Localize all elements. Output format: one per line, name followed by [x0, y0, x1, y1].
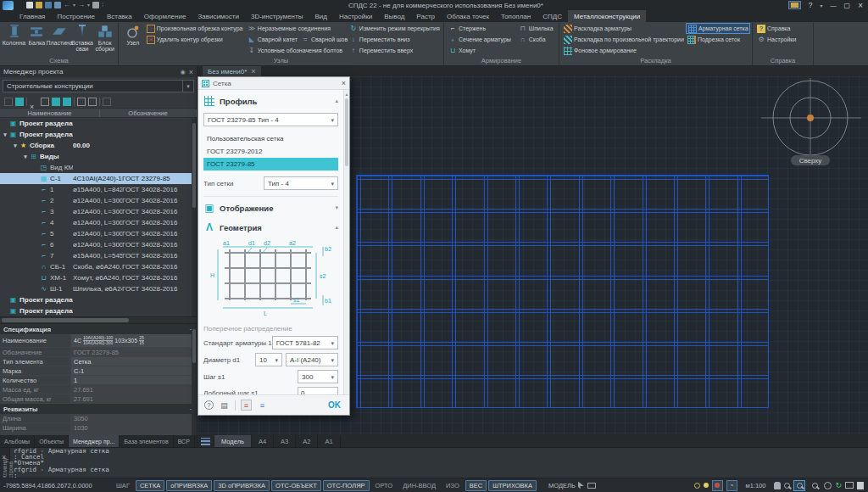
delete-crop-contour-button[interactable]: Удалить контур обрезки — [145, 34, 246, 45]
tree-item-bar-5[interactable]: 5⌀12А400, L=300ГОСТ 34028-2016 — [0, 228, 197, 239]
profile-combo[interactable]: ГОСТ 23279-85 Тип - 4 — [203, 113, 338, 126]
cursor-mode-icon[interactable] — [578, 482, 584, 489]
print-icon[interactable] — [92, 2, 99, 8]
layout-along-path-button[interactable]: Раскладка по произвольной траектории — [562, 34, 686, 45]
geometry-section-header[interactable]: Геометрия — [203, 219, 338, 236]
rod-button[interactable]: Стержень — [447, 23, 517, 34]
save-as-icon[interactable] — [54, 2, 61, 8]
step-combo[interactable]: 300 — [298, 370, 338, 383]
add-project-icon[interactable] — [15, 98, 24, 106]
delete-icon[interactable] — [30, 98, 38, 106]
view-compass[interactable]: Сверху — [761, 78, 861, 170]
weld-seam-button[interactable]: Сварной шов — [299, 34, 349, 45]
pin-icon[interactable] — [181, 68, 186, 75]
undo-icon[interactable] — [64, 2, 70, 8]
move-down-button[interactable]: Переместить вниз — [348, 34, 442, 45]
zoom-window-icon[interactable] — [793, 480, 805, 491]
new-file-icon[interactable] — [26, 2, 33, 8]
move-up-button[interactable]: Переместить вверх — [348, 45, 442, 56]
toggle-ots-obekt[interactable]: ОТС-ОБЪЕКТ — [271, 480, 321, 491]
column-designation[interactable]: Обозначение — [100, 109, 197, 117]
tree-item-bar-3[interactable]: 3⌀12А400, L=300ГОСТ 34028-2016 — [0, 206, 197, 217]
option-gost-85-selected[interactable]: ГОСТ 23279-85 — [203, 158, 338, 171]
option-user-mesh[interactable]: Пользовательская сетка — [203, 132, 338, 145]
open-file-icon[interactable] — [36, 2, 42, 8]
tab-a3[interactable]: А3 — [274, 435, 296, 447]
tree-scrollbar[interactable] — [192, 118, 197, 316]
rebar-standard-combo[interactable]: ГОСТ 5781-82 — [272, 336, 338, 349]
chevron-down-icon[interactable] — [335, 204, 338, 211]
lightbulb-icon[interactable] — [704, 483, 709, 488]
tab-vsr[interactable]: ВСР — [174, 435, 195, 447]
compass-center-dot[interactable] — [807, 115, 814, 121]
tab-topoplan[interactable]: Топоплан — [495, 10, 537, 22]
tab-spds[interactable]: СПДС — [537, 10, 568, 22]
toggle-setka[interactable]: СЕТКА — [136, 480, 164, 491]
tab-model[interactable]: Модель — [214, 435, 252, 447]
tree-item-sborka[interactable]: Сборка00.00 — [0, 140, 197, 151]
record-icon[interactable] — [712, 480, 723, 491]
tab-albomy[interactable]: Альбомы — [0, 435, 35, 447]
pin-bar-button[interactable]: Шпилька — [517, 23, 557, 34]
cut-icon[interactable] — [41, 98, 49, 106]
tab-3d-instrumenty[interactable]: 3D-инструменты — [245, 10, 309, 22]
redo-icon[interactable] — [78, 2, 85, 8]
tab-nastroyki[interactable]: Настройки — [333, 10, 378, 22]
zoom-icon[interactable] — [784, 483, 790, 489]
close-button[interactable] — [858, 1, 863, 10]
orbit-icon[interactable] — [824, 482, 832, 489]
dialog-titlebar[interactable]: Сетка — [198, 77, 349, 90]
profile-section-header[interactable]: Профиль — [203, 92, 338, 109]
tab-zavisimosti[interactable]: Зависимости — [192, 10, 245, 22]
column-name[interactable]: Наименование — [0, 109, 100, 117]
tab-manager[interactable]: Менеджер пр... — [69, 435, 120, 447]
toggle-ves[interactable]: ВЕС — [465, 480, 487, 491]
tab-a1[interactable]: А1 — [318, 435, 340, 447]
table-icon[interactable] — [88, 98, 97, 106]
rebar-mesh-button[interactable]: Арматурная сетка — [686, 23, 750, 34]
tab-a4[interactable]: А4 — [252, 435, 274, 447]
undo-dropdown-icon[interactable] — [73, 2, 75, 8]
requisites-section-header[interactable]: Реквизиты− — [0, 404, 197, 414]
collapse-icon[interactable] — [2, 131, 8, 138]
new-item-icon[interactable] — [4, 98, 13, 106]
tree-item-vid-km1[interactable]: Вид КМ 1 — [0, 162, 197, 173]
help-dropdown-icon[interactable] — [821, 3, 823, 8]
dialog-copy-icon[interactable] — [257, 400, 268, 411]
assembly-block-button[interactable]: Блок сборки — [93, 23, 116, 52]
free-crop-contour-button[interactable]: Произвольная обрезка контура — [145, 23, 246, 34]
save-icon[interactable] — [45, 2, 52, 8]
tab-vyvod[interactable]: Вывод — [378, 10, 410, 22]
sheet-icon[interactable] — [857, 482, 864, 489]
column-button[interactable]: Колонна — [3, 23, 25, 46]
tab-obekty[interactable]: Объекты — [35, 435, 69, 447]
dialog-scrollbar[interactable] — [343, 90, 349, 394]
tab-a2[interactable]: А2 — [296, 435, 318, 447]
scroll-up-icon[interactable] — [344, 90, 349, 98]
toggle-orto[interactable]: ОРТО — [371, 480, 398, 491]
option-gost-2012[interactable]: ГОСТ 23279-2012 — [203, 145, 338, 158]
scale-indicator[interactable]: м1:100 — [746, 482, 766, 489]
tab-metallokonstruktsii[interactable]: Металлоконструкции — [568, 10, 646, 22]
help-icon[interactable] — [809, 1, 813, 9]
tree-item-sb1[interactable]: СБ-1Скоба, ⌀6А240, IГОСТ 34028-2016 — [0, 261, 197, 272]
tab-glavnaya[interactable]: Главная — [14, 10, 51, 22]
copy-icon[interactable] — [52, 98, 60, 106]
monitor-icon[interactable] — [845, 482, 854, 489]
minimize-button[interactable] — [831, 3, 837, 8]
paste-icon[interactable] — [63, 98, 71, 106]
tree-item-s1-selected[interactable]: С-14С10АI(А240)-10ГОСТ 23279-85 — [0, 173, 197, 184]
command-history[interactable]: rfgrid - Арматурная сетка : Cancel *Отме… — [10, 448, 868, 478]
mesh-trim-button[interactable]: Подрезка сеток — [686, 34, 750, 45]
tab-rastr[interactable]: Растр — [410, 10, 441, 22]
dialog-help-icon[interactable] — [204, 400, 214, 410]
tree-horizontal-scrollbar[interactable] — [0, 316, 197, 323]
spec-name-value[interactable]: 4С 10АI(А240)-10010АI(А240)-300 103х305 … — [71, 334, 197, 347]
rebar-layout-button[interactable]: Раскладка арматуры — [562, 23, 686, 34]
toggle-shag[interactable]: ШАГ — [112, 480, 134, 491]
tree-item-project-as[interactable]: Проект раздела АС — [0, 118, 197, 129]
rebar-mesh-drawing[interactable] — [356, 175, 769, 408]
toggle-3d-oprivyazka[interactable]: 3D оПРИВЯЗКА — [214, 480, 270, 491]
tree-item-project-kzh[interactable]: Проект раздела КЖ — [0, 129, 197, 140]
chevron-up-icon[interactable] — [335, 224, 338, 231]
